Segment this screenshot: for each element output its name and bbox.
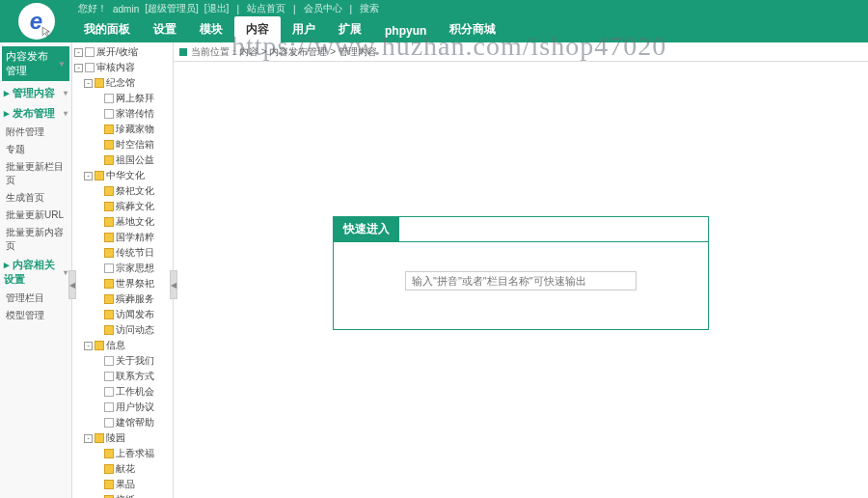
tree-node-15[interactable]: 世界祭祀 [72,276,173,291]
tab-6[interactable]: phpyun [373,19,438,42]
site-home-link[interactable]: 站点首页 [247,2,285,15]
folder-icon [104,294,114,304]
tree-label: 宗家思想 [116,262,154,275]
tree-node-22[interactable]: 工作机会 [72,384,173,400]
tree-node-17[interactable]: 访闻发布 [72,307,173,322]
folder-icon [104,325,114,335]
quick-entry-input[interactable] [405,271,637,290]
tree-node-0[interactable]: -展开/收缩 [72,44,173,60]
tree-node-29[interactable]: 烧纸 [72,492,173,498]
tree-label: 祖国公益 [116,153,154,167]
tree-node-14[interactable]: 宗家思想 [72,261,173,276]
tree-node-13[interactable]: 传统节日 [72,245,173,261]
tree-node-10[interactable]: 殡葬文化 [72,199,173,214]
tree-node-7[interactable]: 祖国公益 [72,152,173,168]
tab-3[interactable]: 内容 [234,16,281,42]
tree-node-20[interactable]: 关于我们 [72,353,173,369]
page-icon [104,109,114,119]
tab-7[interactable]: 积分商城 [438,16,507,42]
tab-1[interactable]: 设置 [142,16,188,42]
folder-icon [104,449,114,458]
tree-label: 珍藏家物 [116,123,154,136]
tree-node-19[interactable]: -信息 [72,338,173,353]
tree-node-1[interactable]: -审核内容 [72,60,173,75]
left-panel-collapse[interactable]: ◀ [68,270,76,299]
role-text: [超级管理员] [145,2,199,15]
tree-label: 殡葬服务 [116,292,154,306]
left-panel-header[interactable]: 内容发布管理▼ [2,46,69,81]
tree-node-2[interactable]: -纪念馆 [72,75,173,91]
folder-icon [95,341,104,350]
tree-toggle-icon[interactable]: - [84,342,93,350]
chevron-icon: ▾ [64,89,68,97]
chevron-icon: ▾ [64,109,68,118]
left-item-1-0[interactable]: 附件管理 [2,124,69,141]
folder-icon [95,433,104,443]
tree-node-24[interactable]: 建馆帮助 [72,415,173,430]
category-tree[interactable]: -展开/收缩-审核内容-纪念馆网上祭拜家谱传情珍藏家物时空信箱祖国公益-中华文化… [72,42,174,498]
member-center-link[interactable]: 会员中心 [304,2,342,15]
logout-link[interactable]: [退出] [204,2,230,15]
left-item-1-2[interactable]: 批量更新栏目页 [2,158,69,189]
left-item-1-4[interactable]: 批量更新URL [2,207,69,224]
logo[interactable]: e [18,3,55,40]
left-group-2[interactable]: ▸ 内容相关设置▾ [2,255,69,290]
left-item-2-1[interactable]: 模型管理 [2,307,69,324]
tree-label: 工作机会 [116,385,154,399]
tree-toggle-icon[interactable]: - [84,79,93,88]
tree-panel-collapse[interactable]: ◀ [170,270,177,299]
tree-label: 果品 [116,478,135,491]
tree-toggle-icon[interactable]: - [84,434,93,443]
left-item-2-0[interactable]: 管理栏目 [2,290,69,307]
left-item-1-1[interactable]: 专题 [2,141,69,158]
page-icon [104,402,114,412]
tree-node-23[interactable]: 用户协议 [72,400,173,415]
tree-node-12[interactable]: 国学精粹 [72,230,173,245]
chevron-icon: ▾ [64,268,68,277]
tree-node-26[interactable]: 上香求福 [72,446,173,461]
folder-icon [104,248,114,258]
left-item-1-5[interactable]: 批量更新内容页 [2,224,69,255]
tab-2[interactable]: 模块 [188,16,234,42]
tree-node-4[interactable]: 家谱传情 [72,106,173,122]
quick-entry-title: 快速进入 [334,217,399,241]
tree-node-5[interactable]: 珍藏家物 [72,122,173,137]
tree-node-16[interactable]: 殡葬服务 [72,291,173,307]
page-icon [85,47,95,57]
tree-label: 访闻发布 [116,308,154,321]
page-icon [85,63,95,72]
tab-0[interactable]: 我的面板 [72,16,142,42]
tree-label: 殡葬文化 [116,200,154,213]
tree-node-11[interactable]: 墓地文化 [72,214,173,230]
main-content: 当前位置： 内容 > 内容发布管理 > 管理内容 快速进入 [174,42,868,498]
tree-node-6[interactable]: 时空信箱 [72,137,173,152]
header: e 您好！ admin [超级管理员] [退出] | 站点首页 | 会员中心 |… [0,0,868,42]
tab-5[interactable]: 扩展 [327,16,373,42]
tree-node-9[interactable]: 祭祀文化 [72,183,173,199]
tree-node-25[interactable]: -陵园 [72,430,173,446]
greeting-text: 您好！ [78,2,107,15]
tab-4[interactable]: 用户 [281,16,327,42]
tree-label: 传统节日 [116,246,154,260]
left-group-1[interactable]: ▸ 发布管理▾ [2,103,69,124]
quick-entry-box: 快速进入 [333,216,709,330]
tree-node-8[interactable]: -中华文化 [72,168,173,183]
tree-label: 建馆帮助 [116,416,154,429]
tree-node-3[interactable]: 网上祭拜 [72,91,173,106]
tree-toggle-icon[interactable]: - [74,64,83,72]
tree-node-27[interactable]: 献花 [72,461,173,477]
tree-toggle-icon[interactable]: - [84,172,93,180]
folder-icon [104,233,114,242]
tree-label: 中华文化 [106,169,145,182]
left-item-1-3[interactable]: 生成首页 [2,189,69,207]
tree-node-21[interactable]: 联系方式 [72,369,173,384]
tree-label: 国学精粹 [116,231,154,244]
tree-node-28[interactable]: 果品 [72,477,173,492]
tree-node-18[interactable]: 访问动态 [72,322,173,338]
tree-toggle-icon[interactable]: - [74,48,83,57]
folder-icon [104,202,114,211]
chevron-down-icon: ▼ [58,60,66,69]
tree-label: 信息 [106,339,125,352]
left-group-0[interactable]: ▸ 管理内容▾ [2,83,69,103]
search-link[interactable]: 搜索 [360,2,379,15]
